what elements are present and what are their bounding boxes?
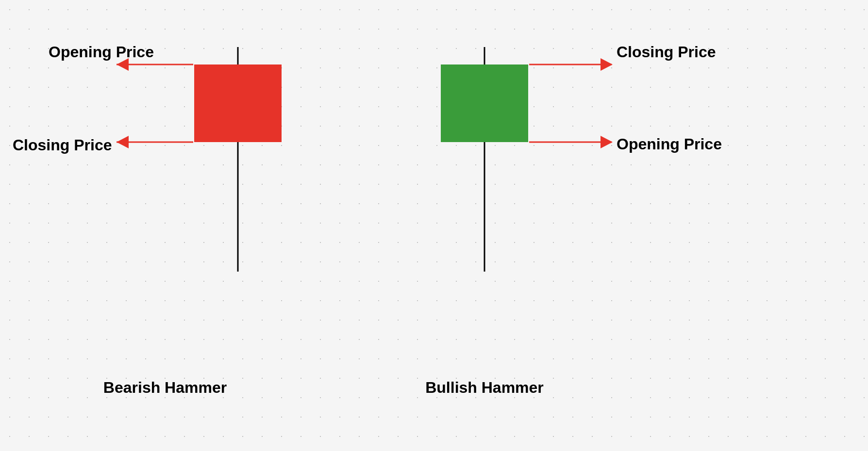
- diagram-container: Opening Price Closing Price Bearish Hamm…: [0, 0, 868, 451]
- main-diagram-svg: Opening Price Closing Price Bearish Hamm…: [0, 0, 868, 451]
- bearish-closing-label: Closing Price: [13, 136, 112, 154]
- bearish-closing-arrow: [117, 136, 129, 148]
- bearish-body: [194, 64, 282, 142]
- bullish-closing-arrow: [601, 58, 613, 71]
- bearish-opening-label: Opening Price: [49, 43, 154, 61]
- bullish-opening-arrow: [601, 136, 613, 148]
- bullish-closing-label: Closing Price: [617, 43, 716, 61]
- bullish-title: Bullish Hammer: [425, 379, 544, 396]
- bullish-opening-label: Opening Price: [617, 135, 722, 153]
- bullish-body: [441, 64, 528, 142]
- bearish-title: Bearish Hammer: [103, 379, 227, 396]
